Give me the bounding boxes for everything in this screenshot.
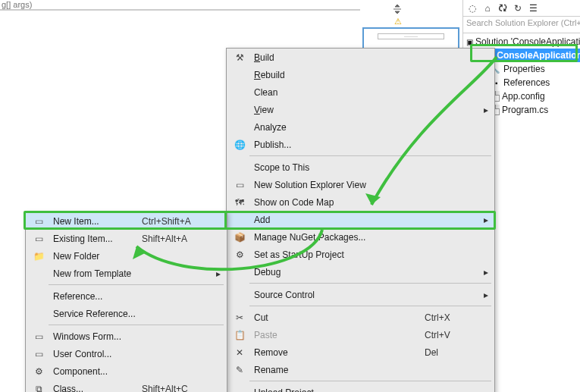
- new-item-icon: ▭: [29, 216, 49, 227]
- nuget-icon: 📦: [230, 232, 249, 243]
- menu-item-manage-nuget-packages[interactable]: 📦Manage NuGet Packages...: [227, 228, 494, 246]
- menu-item-label: Publish...: [249, 140, 425, 150]
- menu-item-shortcut: Ctrl+Shift+A: [142, 216, 210, 227]
- menu-item-label: Debug: [249, 267, 425, 278]
- menu-item-view[interactable]: View▸: [227, 101, 494, 118]
- menu-separator: [249, 381, 491, 381]
- sync-icon[interactable]: 🗘: [497, 2, 509, 14]
- warning-icon: ⚠: [394, 17, 402, 27]
- tree-label: App.config: [502, 91, 545, 102]
- window-icon: ▭: [230, 180, 249, 190]
- menu-item-new-folder[interactable]: 📁New Folder: [26, 247, 227, 265]
- menu-item-add[interactable]: Add▸: [227, 211, 494, 228]
- menu-item-label: Component...: [49, 366, 142, 377]
- submenu-arrow-icon: ▸: [478, 105, 488, 115]
- menu-item-debug[interactable]: Debug▸: [227, 263, 494, 281]
- menu-item-label: New Item...: [49, 216, 142, 227]
- menu-item-label: Rebuild: [249, 70, 425, 80]
- menu-item-rebuild[interactable]: Rebuild: [227, 66, 494, 83]
- menu-item-new-item[interactable]: ▭New Item...Ctrl+Shift+A: [26, 212, 227, 230]
- menu-item-label: Windows Form...: [49, 331, 142, 342]
- submenu-arrow-icon: ▸: [210, 268, 221, 279]
- tree-label: Program.cs: [502, 105, 548, 115]
- code-fragment: g[] args): [2, 0, 32, 9]
- menu-item-label: Service Reference...: [49, 309, 142, 319]
- menu-item-show-on-code-map[interactable]: 🗺Show on Code Map: [227, 193, 494, 211]
- solution-search-input[interactable]: Search Solution Explorer (Ctrl+;): [463, 17, 580, 33]
- refresh-icon[interactable]: ↻: [512, 2, 524, 14]
- component-icon: ⚙: [29, 366, 49, 377]
- menu-item-analyze[interactable]: Analyze: [227, 118, 494, 136]
- menu-item-class[interactable]: ⧉Class...Shift+Alt+C: [26, 380, 227, 392]
- rename-icon: ✎: [230, 365, 249, 375]
- solution-explorer-toolbar: ◌ ⌂ 🗘 ↻ ☰: [463, 0, 580, 17]
- menu-item-reference[interactable]: Reference...: [26, 287, 227, 305]
- tree-label: Properties: [503, 64, 545, 74]
- gear-icon: ⚙: [230, 249, 249, 260]
- tree-solution-node[interactable]: ▣ Solution 'ConsoleApplicati: [463, 35, 580, 49]
- menu-item-existing-item[interactable]: ▭Existing Item...Shift+Alt+A: [26, 230, 227, 247]
- menu-item-label: Analyze: [249, 122, 425, 133]
- menu-item-shortcut: Del: [425, 347, 478, 358]
- menu-item-cut[interactable]: ✂CutCtrl+X: [227, 309, 494, 326]
- folder-icon: 📁: [29, 251, 49, 262]
- menu-item-unload-project[interactable]: Unload Project: [227, 384, 494, 392]
- menu-item-label: Unload Project: [249, 387, 425, 393]
- menu-item-new-from-template[interactable]: New from Template▸: [26, 265, 227, 282]
- menu-item-label: Build: [249, 52, 425, 63]
- menu-item-label: Existing Item...: [49, 234, 142, 244]
- map-icon: 🗺: [230, 197, 249, 208]
- menu-item-source-control[interactable]: Source Control▸: [227, 286, 494, 303]
- add-submenu: ▭New Item...Ctrl+Shift+A▭Existing Item..…: [25, 212, 227, 392]
- menu-item-label: Scope to This: [249, 162, 425, 173]
- menu-item-label: Set as StartUp Project: [249, 249, 425, 260]
- menu-item-remove[interactable]: ✕RemoveDel: [227, 343, 494, 361]
- menu-item-label: Add: [249, 215, 425, 225]
- menu-item-set-as-startup-project[interactable]: ⚙Set as StartUp Project: [227, 246, 494, 263]
- menu-item-shortcut: Ctrl+X: [425, 312, 478, 323]
- menu-item-user-control[interactable]: ▭User Control...: [26, 345, 227, 362]
- thumbnail-box: ———: [378, 33, 444, 39]
- menu-separator: [249, 283, 491, 284]
- menu-item-new-solution-explorer-view[interactable]: ▭New Solution Explorer View: [227, 176, 494, 193]
- menu-item-label: User Control...: [49, 349, 142, 359]
- project-context-menu: ⚒BuildRebuildCleanView▸Analyze🌐Publish..…: [226, 48, 495, 392]
- menu-item-label: Source Control: [249, 290, 425, 300]
- menu-item-clean[interactable]: Clean: [227, 83, 494, 101]
- menu-item-label: New from Template: [49, 268, 142, 279]
- tree-label: ConsoleApplication1: [497, 50, 580, 61]
- menu-separator: [49, 284, 224, 285]
- submenu-arrow-icon: ▸: [478, 267, 488, 278]
- globe-icon: 🌐: [230, 140, 249, 150]
- collapse-icon[interactable]: ☰: [527, 2, 539, 14]
- menu-item-label: View: [249, 105, 425, 115]
- form-icon: ▭: [29, 331, 49, 342]
- menu-item-label: Paste: [249, 330, 425, 340]
- control-icon: ▭: [29, 349, 49, 359]
- delete-icon: ✕: [230, 347, 249, 358]
- menu-item-label: Show on Code Map: [249, 197, 425, 208]
- menu-separator: [49, 325, 224, 325]
- menu-item-label: New Solution Explorer View: [249, 180, 425, 190]
- paste-icon: 📋: [230, 330, 249, 340]
- menu-item-label: Cut: [249, 312, 425, 323]
- menu-item-component[interactable]: ⚙Component...: [26, 362, 227, 380]
- menu-item-scope-to-this[interactable]: Scope to This: [227, 158, 494, 176]
- submenu-arrow-icon: ▸: [478, 290, 488, 300]
- menu-item-paste: 📋PasteCtrl+V: [227, 326, 494, 343]
- menu-item-windows-form[interactable]: ▭Windows Form...: [26, 328, 227, 345]
- hammer-icon: ⚒: [230, 52, 249, 63]
- menu-item-publish[interactable]: 🌐Publish...: [227, 136, 494, 153]
- solution-icon: ▣: [466, 36, 473, 48]
- menu-item-label: Clean: [249, 87, 425, 98]
- menu-item-build[interactable]: ⚒Build: [227, 49, 494, 66]
- menu-item-label: Manage NuGet Packages...: [249, 232, 425, 243]
- menu-item-shortcut: Ctrl+V: [425, 330, 478, 340]
- menu-item-service-reference[interactable]: Service Reference...: [26, 305, 227, 322]
- home-icon[interactable]: ⌂: [481, 2, 494, 14]
- tree-label: Solution 'ConsoleApplicati: [475, 36, 580, 47]
- back-icon[interactable]: ◌: [466, 2, 478, 14]
- menu-item-rename[interactable]: ✎Rename: [227, 361, 494, 378]
- split-handle-icon[interactable]: [391, 3, 403, 15]
- submenu-arrow-icon: ▸: [478, 215, 488, 225]
